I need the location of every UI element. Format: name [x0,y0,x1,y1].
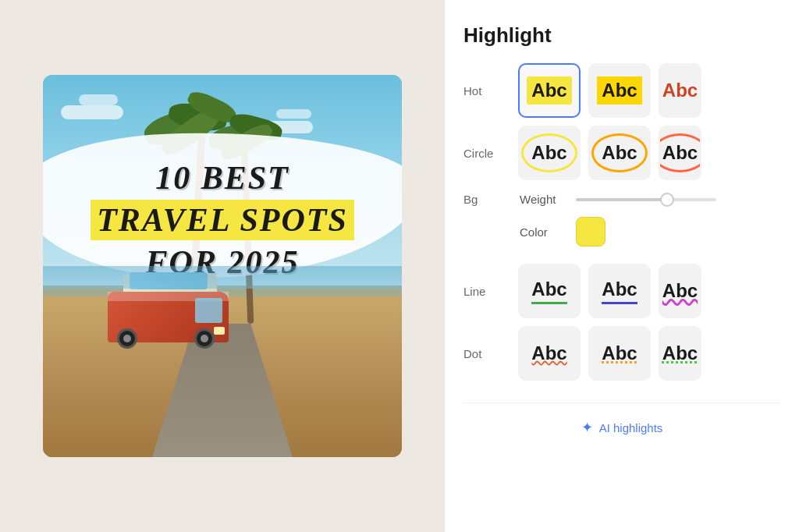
canvas-image: 10 Best Travel Spots for 2025 [43,75,402,457]
option-hot-3[interactable]: Abc [659,63,701,118]
controls-section: Bg Weight Color [463,193,780,253]
option-hot-1-text: Abc [527,76,571,105]
option-line-1-text: Abc [531,278,566,304]
option-circle-2-text: Abc [591,133,647,172]
right-panel: Highlight Hot Abc Abc Abc Circle Abc Abc… [445,0,799,532]
option-line-1[interactable]: Abc [518,264,581,318]
text-overlay: 10 Best Travel Spots for 2025 [61,159,384,281]
hot-row: Hot Abc Abc Abc [463,63,780,118]
title-line2: Travel Spots [91,200,354,240]
van-wheel-rear [194,328,215,349]
option-dot-1[interactable]: Abc [518,326,581,381]
color-row: Color [463,217,780,246]
ai-button-row: ✦ AI highlights [463,403,780,441]
weight-label: Weight [520,193,566,206]
line-row: Line Abc Abc Abc [463,264,780,318]
option-hot-3-text: Abc [662,80,698,101]
option-hot-2-text: Abc [597,76,641,105]
ai-highlights-button[interactable]: ✦ AI highlights [572,414,673,441]
title-line2-wrap: Travel Spots [61,200,384,240]
dot-row: Dot Abc Abc Abc [463,326,780,381]
color-label: Color [520,225,566,239]
circle-label: Circle [463,147,510,160]
option-circle-3[interactable]: Abc [659,126,701,180]
option-dot-2-text: Abc [602,342,637,364]
option-circle-1-text: Abc [521,133,577,172]
weight-slider-thumb[interactable] [660,193,674,207]
cloud-1 [61,105,123,119]
option-line-2-text: Abc [602,278,637,304]
color-swatch[interactable] [576,217,605,246]
ai-button-label: AI highlights [599,421,663,434]
dot-label: Dot [463,347,510,360]
option-dot-1-text: Abc [531,342,566,364]
ai-star-icon: ✦ [581,419,593,436]
cloud-4 [276,109,311,119]
weight-row: Bg Weight [463,193,780,206]
option-dot-3[interactable]: Abc [659,326,701,381]
bg-label: Bg [463,193,510,206]
option-circle-1[interactable]: Abc [518,126,581,180]
circle-row: Circle Abc Abc Abc [463,126,780,180]
option-line-2[interactable]: Abc [588,264,651,318]
option-dot-3-text: Abc [662,342,698,364]
van [108,280,229,342]
hot-label: Hot [463,84,510,98]
option-circle-2[interactable]: Abc [588,126,651,180]
line-label: Line [463,285,510,298]
option-dot-2[interactable]: Abc [588,326,651,381]
van-wheel-front [117,328,137,349]
option-hot-2[interactable]: Abc [588,63,651,118]
option-line-3-text: Abc [662,280,698,302]
canvas-area: 10 Best Travel Spots for 2025 [0,0,445,532]
cloud-2 [79,94,118,105]
ocean-hint [43,266,402,289]
panel-title: Highlight [463,23,780,48]
option-hot-1[interactable]: Abc [518,63,581,118]
title-line1: 10 Best [61,159,384,197]
weight-slider[interactable] [576,198,716,201]
option-circle-3-text: Abc [659,133,701,172]
option-line-3[interactable]: Abc [659,264,701,318]
